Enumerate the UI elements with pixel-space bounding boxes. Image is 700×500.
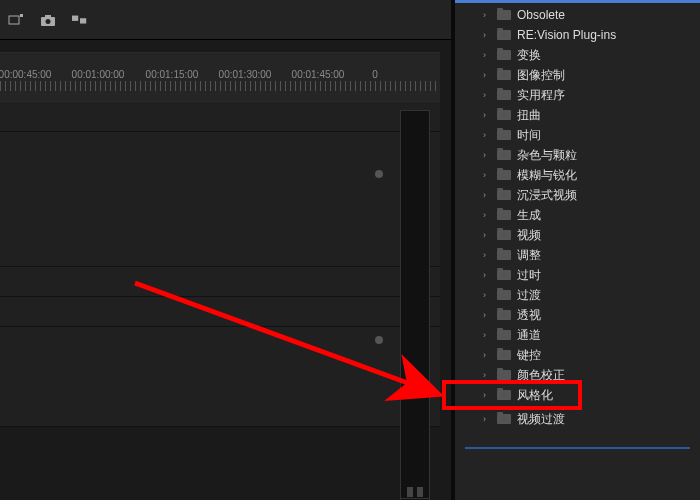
effects-folder-item[interactable]: ›沉浸式视频: [455, 185, 700, 205]
track-row[interactable]: [0, 102, 440, 132]
panel-underline: [465, 447, 690, 449]
effects-folder-item[interactable]: ›变换: [455, 45, 700, 65]
chevron-right-icon: ›: [483, 110, 491, 120]
effects-folder-label: 视频: [517, 227, 541, 244]
effects-folder-label: 风格化: [517, 387, 553, 404]
effects-folder-item[interactable]: ›视频: [455, 225, 700, 245]
effects-folder-item[interactable]: ›Obsolete: [455, 5, 700, 25]
export-frame-icon[interactable]: [8, 12, 24, 28]
effects-folder-label: 沉浸式视频: [517, 187, 577, 204]
effects-folder-item[interactable]: ›模糊与锐化: [455, 165, 700, 185]
svg-point-3: [46, 19, 51, 24]
effects-folder-label: 通道: [517, 327, 541, 344]
chevron-right-icon: ›: [483, 30, 491, 40]
chevron-right-icon: ›: [483, 390, 491, 400]
effects-folder-label: 变换: [517, 47, 541, 64]
timecode-label: 00:01:45:00: [292, 69, 345, 80]
folder-icon: [497, 414, 511, 424]
folder-icon: [497, 210, 511, 220]
track-row[interactable]: [0, 297, 440, 327]
effects-folder-label: 键控: [517, 347, 541, 364]
effects-folder-item[interactable]: ›键控: [455, 345, 700, 365]
effects-folder-label: 时间: [517, 127, 541, 144]
timecode-label: 0: [372, 69, 378, 80]
chevron-right-icon: ›: [483, 150, 491, 160]
effects-folder-label: 杂色与颗粒: [517, 147, 577, 164]
effects-folder-label: 调整: [517, 247, 541, 264]
tracks-area: [0, 102, 440, 427]
timecode-label: 00:01:30:00: [219, 69, 272, 80]
folder-icon: [497, 130, 511, 140]
chevron-right-icon: ›: [483, 10, 491, 20]
chevron-right-icon: ›: [483, 350, 491, 360]
svg-rect-1: [20, 14, 23, 17]
timeline-ticks: [0, 81, 440, 91]
timecode-label: 00:01:00:00: [72, 69, 125, 80]
effects-folder-label: 实用程序: [517, 87, 565, 104]
chevron-right-icon: ›: [483, 130, 491, 140]
folder-icon: [497, 110, 511, 120]
camera-icon[interactable]: [40, 12, 56, 28]
folder-icon: [497, 350, 511, 360]
chevron-right-icon: ›: [483, 270, 491, 280]
effects-folder-item[interactable]: ›生成: [455, 205, 700, 225]
effects-folder-label: 过渡: [517, 287, 541, 304]
audio-meter: S S: [400, 110, 430, 500]
folder-icon: [497, 370, 511, 380]
chevron-right-icon: ›: [483, 414, 491, 424]
effects-folder-item[interactable]: ›扭曲: [455, 105, 700, 125]
effects-folder-label: Obsolete: [517, 8, 565, 22]
effects-folder-item[interactable]: ›透视: [455, 305, 700, 325]
effects-folder-item[interactable]: ›调整: [455, 245, 700, 265]
effects-folder-item[interactable]: ›杂色与颗粒: [455, 145, 700, 165]
effects-folder-label: 生成: [517, 207, 541, 224]
folder-icon: [497, 70, 511, 80]
chevron-right-icon: ›: [483, 170, 491, 180]
folder-icon: [497, 50, 511, 60]
effects-folder-label: 扭曲: [517, 107, 541, 124]
folder-icon: [497, 230, 511, 240]
folder-icon: [497, 150, 511, 160]
effects-folder-label: 图像控制: [517, 67, 565, 84]
effects-folder-label: 视频过渡: [517, 411, 565, 428]
folder-icon: [497, 190, 511, 200]
vertical-scrollbar[interactable]: [376, 102, 382, 440]
chevron-right-icon: ›: [483, 190, 491, 200]
effects-folder-label: 透视: [517, 307, 541, 324]
effects-folder-item[interactable]: ›实用程序: [455, 85, 700, 105]
chevron-right-icon: ›: [483, 290, 491, 300]
comparison-icon[interactable]: [72, 12, 88, 28]
chevron-right-icon: ›: [483, 70, 491, 80]
folder-icon: [497, 250, 511, 260]
track-row[interactable]: [0, 267, 440, 297]
effects-folder-item[interactable]: ›通道: [455, 325, 700, 345]
effects-folder-item[interactable]: ›颜色校正: [455, 365, 700, 385]
effects-folder-item[interactable]: ›图像控制: [455, 65, 700, 85]
chevron-right-icon: ›: [483, 230, 491, 240]
chevron-right-icon: ›: [483, 210, 491, 220]
folder-icon: [497, 90, 511, 100]
svg-rect-6: [80, 18, 86, 23]
folder-icon: [497, 310, 511, 320]
chevron-right-icon: ›: [483, 90, 491, 100]
folder-icon: [497, 270, 511, 280]
chevron-right-icon: ›: [483, 250, 491, 260]
timeline-ruler[interactable]: 00:00:45:0000:01:00:0000:01:15:0000:01:3…: [0, 52, 440, 102]
timeline-panel: 00:00:45:0000:01:00:0000:01:15:0000:01:3…: [0, 40, 440, 460]
folder-icon: [497, 170, 511, 180]
effects-folder-label: RE:Vision Plug-ins: [517, 28, 616, 42]
chevron-right-icon: ›: [483, 370, 491, 380]
track-row[interactable]: [0, 132, 440, 267]
effects-folder-item[interactable]: ›过渡: [455, 285, 700, 305]
effects-folder-item[interactable]: ›RE:Vision Plug-ins: [455, 25, 700, 45]
timecode-label: 00:01:15:00: [146, 69, 199, 80]
chevron-right-icon: ›: [483, 330, 491, 340]
folder-icon: [497, 390, 511, 400]
effects-folder-label: 颜色校正: [517, 367, 565, 384]
effects-folder-item[interactable]: ›过时: [455, 265, 700, 285]
track-row[interactable]: [0, 327, 440, 427]
effects-folder-item[interactable]: ›风格化: [455, 385, 700, 405]
effects-folder-item[interactable]: ›视频过渡: [455, 409, 700, 429]
chevron-right-icon: ›: [483, 50, 491, 60]
effects-folder-item[interactable]: ›时间: [455, 125, 700, 145]
